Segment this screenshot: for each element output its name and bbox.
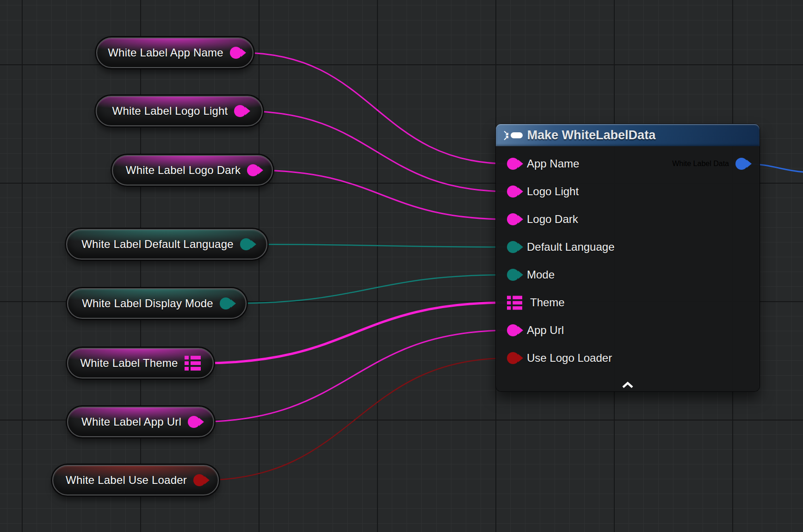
string-input-pin[interactable]	[507, 213, 519, 225]
advanced-pins-toggle[interactable]	[496, 382, 760, 389]
wire-display-mode[interactable]	[229, 275, 509, 303]
input-row-default-language: Default Language	[496, 233, 760, 261]
struct-output-pin[interactable]	[735, 158, 747, 170]
input-row-app-url: App Url	[496, 316, 760, 344]
output-pin-label: White Label Data	[672, 160, 729, 168]
getter-label: White Label App Url	[81, 415, 181, 428]
getter-node-white-label-logo-dark[interactable]: White Label Logo Dark	[112, 155, 273, 186]
wire-logo-light[interactable]	[243, 111, 509, 192]
make-node-body: App Name Logo Light Logo Dark Default La…	[496, 146, 760, 372]
make-whitelabeldata-node[interactable]: ↘↗ Make WhiteLabelData App Name Logo Lig…	[496, 124, 760, 391]
getter-label: White Label Theme	[80, 357, 178, 370]
string-input-pin[interactable]	[507, 158, 519, 170]
wire-app-name[interactable]	[241, 53, 509, 164]
string-output-pin[interactable]	[188, 416, 200, 428]
input-row-logo-light: Logo Light	[496, 178, 760, 205]
struct-pin-icon[interactable]	[185, 356, 201, 371]
pin-label: Logo Light	[527, 185, 579, 198]
struct-input-pin-icon[interactable]	[507, 296, 522, 310]
enum-input-pin[interactable]	[507, 269, 519, 281]
output-row-white-label-data: White Label Data	[672, 150, 747, 178]
pin-label: App Url	[527, 324, 564, 337]
wire-default-language[interactable]	[249, 244, 509, 247]
pin-label: App Name	[527, 157, 579, 170]
wire-use-loader[interactable]	[203, 358, 509, 480]
node-title: Make WhiteLabelData	[527, 128, 656, 142]
string-output-pin[interactable]	[230, 47, 242, 59]
enum-output-pin[interactable]	[220, 297, 232, 309]
getter-label: White Label Logo Light	[112, 105, 228, 118]
wire-theme[interactable]	[202, 303, 507, 363]
pin-label: Default Language	[527, 241, 615, 254]
getter-node-white-label-app-name[interactable]: White Label App Name	[96, 37, 253, 68]
make-node-header[interactable]: ↘↗ Make WhiteLabelData	[496, 124, 760, 146]
getter-node-white-label-display-mode[interactable]: White Label Display Mode	[67, 288, 247, 319]
pin-label: Logo Dark	[527, 213, 578, 226]
input-row-mode: Mode	[496, 261, 760, 289]
getter-node-white-label-default-language[interactable]: White Label Default Language	[66, 229, 267, 260]
input-row-theme: Theme	[496, 289, 760, 316]
getter-node-white-label-app-url[interactable]: White Label App Url	[67, 407, 214, 437]
getter-node-white-label-theme[interactable]: White Label Theme	[67, 348, 214, 378]
wire-logo-dark[interactable]	[254, 170, 509, 219]
enum-output-pin[interactable]	[240, 238, 252, 250]
getter-label: White Label Use Loader	[66, 474, 187, 487]
chevron-up-icon[interactable]	[621, 382, 634, 389]
wire-app-url[interactable]	[197, 330, 509, 422]
enum-input-pin[interactable]	[507, 241, 519, 253]
string-input-pin[interactable]	[507, 324, 519, 336]
getter-label: White Label Logo Dark	[126, 164, 241, 177]
pin-label: Use Logo Loader	[527, 352, 612, 365]
getter-label: White Label App Name	[108, 46, 223, 59]
string-input-pin[interactable]	[507, 186, 519, 198]
getter-node-white-label-use-loader[interactable]: White Label Use Loader	[52, 465, 219, 495]
input-row-logo-dark: Logo Dark	[496, 205, 760, 233]
pin-label: Mode	[527, 268, 555, 281]
blueprint-graph-canvas[interactable]: White Label App Name White Label Logo Li…	[0, 0, 803, 532]
getter-label: White Label Display Mode	[82, 297, 213, 310]
bool-output-pin[interactable]	[193, 474, 205, 486]
getter-node-white-label-logo-light[interactable]: White Label Logo Light	[96, 96, 263, 126]
make-struct-icon: ↘↗	[503, 130, 523, 140]
bool-input-pin[interactable]	[507, 352, 519, 364]
string-output-pin[interactable]	[234, 105, 246, 117]
pin-label: Theme	[530, 296, 565, 309]
input-row-use-logo-loader: Use Logo Loader	[496, 344, 760, 372]
string-output-pin[interactable]	[247, 164, 259, 176]
getter-label: White Label Default Language	[81, 238, 234, 251]
